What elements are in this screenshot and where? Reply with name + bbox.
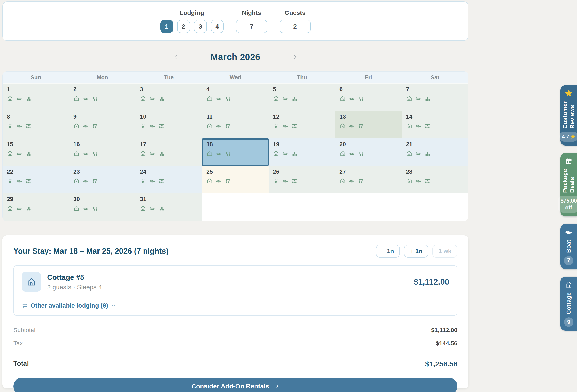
day-number: 19	[273, 141, 335, 148]
dock-icon	[225, 123, 231, 130]
side-tab-customer-reviews[interactable]: CustomerReviews4.7	[560, 85, 577, 145]
dock-icon	[424, 95, 431, 102]
day-number: 24	[140, 168, 202, 175]
lodging-option-button-1[interactable]: 1	[160, 20, 173, 33]
guests-label: Guests	[285, 9, 305, 16]
boat-icon	[216, 178, 222, 185]
empty-day-cell	[335, 193, 402, 221]
cottage-icon	[140, 205, 146, 212]
day-number: 2	[73, 86, 136, 93]
side-tab-cottage[interactable]: Cottage9	[560, 277, 577, 331]
dock-icon	[225, 178, 231, 185]
calendar-day-3[interactable]: 3	[136, 83, 202, 111]
guests-input[interactable]: 2	[280, 20, 311, 33]
calendar-day-28[interactable]: 28	[402, 166, 468, 193]
day-number: 16	[73, 141, 136, 148]
dock-icon	[424, 150, 431, 158]
calendar-day-20[interactable]: 20	[335, 138, 402, 166]
dock-icon	[92, 205, 98, 212]
cottage-icon	[206, 150, 213, 158]
tab-label: PackageDeals	[562, 169, 576, 193]
boat-icon	[565, 228, 573, 237]
nights-input[interactable]: 7	[236, 20, 267, 33]
side-tab-boat[interactable]: Boat7	[560, 224, 577, 269]
calendar-day-8[interactable]: 8	[2, 111, 69, 138]
calendar-day-10[interactable]: 10	[136, 111, 202, 138]
subtotal-label: Subtotal	[13, 327, 36, 334]
cottage-icon	[406, 150, 412, 158]
calendar-day-21[interactable]: 21	[402, 138, 468, 166]
consider-addons-button[interactable]: Consider Add-On Rentals	[13, 378, 457, 392]
cottage-icon	[7, 95, 13, 102]
boat-icon	[282, 95, 288, 102]
day-number: 23	[73, 168, 136, 175]
calendar-day-15[interactable]: 15	[2, 138, 69, 166]
calendar-day-16[interactable]: 16	[69, 138, 136, 166]
lodging-option-button-3[interactable]: 3	[194, 20, 207, 33]
calendar-day-22[interactable]: 22	[2, 166, 69, 193]
tab-label: CustomerReviews	[562, 101, 576, 129]
calendar-day-1[interactable]: 1	[2, 83, 69, 111]
calendar-day-29[interactable]: 29	[2, 193, 69, 221]
calendar-day-11[interactable]: 11	[202, 111, 269, 138]
weekday-header-row: SunMonTueWedThuFriSat	[2, 72, 468, 83]
one-week-button[interactable]: 1 wk	[433, 245, 457, 258]
other-lodging-link[interactable]: Other available lodging (8)	[22, 302, 116, 309]
prev-month-button[interactable]	[171, 52, 180, 62]
day-number: 1	[7, 86, 69, 93]
calendar-day-6[interactable]: 6	[335, 83, 402, 111]
calendar-day-14[interactable]: 14	[402, 111, 468, 138]
lodging-selection-card: Cottage #5 2 guests · Sleeps 4 $1,112.00…	[13, 265, 457, 316]
day-number: 22	[7, 168, 69, 175]
weekday-label: Wed	[202, 74, 269, 81]
calendar-day-7[interactable]: 7	[402, 83, 468, 111]
boat-icon	[149, 178, 155, 185]
calendar-day-2[interactable]: 2	[69, 83, 136, 111]
calendar-day-12[interactable]: 12	[269, 111, 335, 138]
boat-icon	[349, 95, 355, 102]
calendar-day-13[interactable]: 13	[335, 111, 402, 138]
next-month-button[interactable]	[290, 52, 300, 62]
calendar: SunMonTueWedThuFriSat 123456789101112131…	[2, 71, 469, 221]
calendar-day-31[interactable]: 31	[136, 193, 202, 221]
day-number: 17	[140, 141, 202, 148]
lodging-option-button-4[interactable]: 4	[211, 20, 224, 33]
dock-icon	[92, 178, 98, 185]
day-number: 20	[339, 141, 402, 148]
chevron-down-icon	[111, 303, 116, 308]
side-tab-package-deals[interactable]: PackageDeals$75.00off	[560, 153, 577, 216]
calendar-day-23[interactable]: 23	[69, 166, 136, 193]
calendar-day-19[interactable]: 19	[269, 138, 335, 166]
dock-icon	[92, 95, 98, 102]
cottage-icon	[140, 150, 146, 158]
day-number: 11	[206, 114, 269, 120]
star-icon	[570, 134, 576, 139]
minus-one-night-button[interactable]: − 1n	[376, 245, 400, 258]
day-number: 26	[273, 168, 335, 175]
calendar-day-4[interactable]: 4	[202, 83, 269, 111]
day-number: 6	[339, 86, 402, 93]
day-number: 27	[339, 168, 402, 175]
boat-icon	[415, 123, 422, 130]
calendar-day-5[interactable]: 5	[269, 83, 335, 111]
calendar-day-24[interactable]: 24	[136, 166, 202, 193]
lodging-option-button-2[interactable]: 2	[177, 20, 190, 33]
other-lodging-label: Other available lodging (8)	[31, 302, 108, 309]
calendar-day-25[interactable]: 25	[202, 166, 269, 193]
dock-icon	[158, 178, 165, 185]
plus-one-night-button[interactable]: + 1n	[404, 245, 428, 258]
calendar-day-17[interactable]: 17	[136, 138, 202, 166]
calendar-day-9[interactable]: 9	[69, 111, 136, 138]
calendar-day-30[interactable]: 30	[69, 193, 136, 221]
calendar-day-27[interactable]: 27	[335, 166, 402, 193]
cottage-icon	[339, 95, 346, 102]
boat-icon	[415, 178, 422, 185]
total-label: Total	[13, 360, 29, 368]
calendar-day-26[interactable]: 26	[269, 166, 335, 193]
tax-label: Tax	[13, 340, 23, 347]
weekday-label: Sun	[2, 74, 69, 81]
chevron-right-icon	[292, 54, 298, 60]
boat-icon	[16, 95, 22, 102]
calendar-day-18[interactable]: 18	[202, 138, 269, 166]
cottage-icon	[406, 178, 412, 185]
